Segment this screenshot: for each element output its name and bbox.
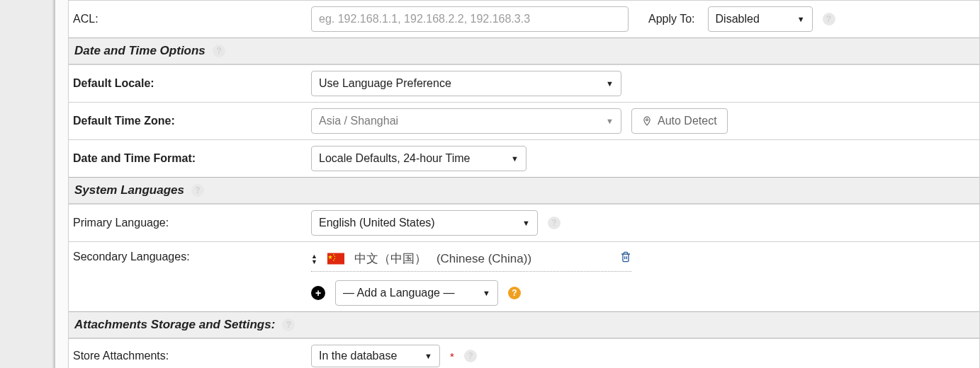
svg-point-0 [646, 119, 648, 121]
add-language-value: — Add a Language — [343, 287, 454, 299]
flag-cn-icon [327, 253, 344, 265]
svg-point-3 [333, 254, 334, 255]
svg-point-4 [334, 256, 336, 258]
store-attachments-value: In the database [319, 350, 397, 362]
svg-rect-1 [327, 253, 344, 265]
delete-language-button[interactable] [620, 251, 631, 267]
map-pin-icon [642, 116, 652, 126]
store-attachments-select[interactable]: In the database ▼ [311, 345, 440, 367]
caret-down-icon: ▼ [511, 154, 519, 163]
add-language-row: + — Add a Language — ▼ ? [311, 280, 631, 306]
apply-to-value: Disabled [716, 13, 760, 25]
section-languages-header: System Languages ? [69, 177, 979, 204]
default-timezone-value: Asia / Shanghai [319, 115, 398, 127]
section-datetime-header: Date and Time Options ? [69, 38, 979, 64]
help-icon[interactable]: ? [464, 350, 477, 362]
drag-handle-icon[interactable]: ▲ ▼ [311, 253, 317, 265]
help-icon[interactable]: ? [213, 45, 225, 57]
default-locale-label: Default Locale: [69, 77, 311, 90]
help-icon[interactable]: ? [508, 287, 521, 299]
section-datetime-title: Date and Time Options [74, 44, 205, 58]
row-default-timezone: Default Time Zone: Asia / Shanghai ▼ Aut… [69, 102, 979, 139]
svg-point-5 [334, 258, 336, 260]
caret-down-icon: ▼ [606, 117, 614, 125]
secondary-language-item: ▲ ▼ 中文（中国） (Chinese (China)) [311, 251, 631, 272]
default-locale-select[interactable]: Use Language Preference ▼ [311, 71, 621, 96]
add-language-button[interactable]: + [311, 286, 325, 300]
left-sidebar-gutter [0, 0, 55, 368]
section-attachments-header: Attachments Storage and Settings: ? [69, 311, 979, 338]
help-icon[interactable]: ? [191, 184, 204, 197]
caret-down-icon: ▼ [424, 352, 432, 360]
auto-detect-label: Auto Detect [658, 115, 717, 127]
add-language-select[interactable]: — Add a Language — ▼ [335, 280, 498, 306]
apply-to-label: Apply To: [648, 13, 695, 25]
store-attachments-label: Store Attachments: [69, 350, 311, 362]
primary-language-label: Primary Language: [69, 217, 311, 229]
datetime-format-value: Locale Defaults, 24-hour Time [319, 152, 470, 165]
acl-input[interactable] [311, 6, 629, 32]
help-icon[interactable]: ? [823, 13, 835, 25]
language-english-name: (Chinese (China)) [437, 252, 531, 266]
row-default-locale: Default Locale: Use Language Preference … [69, 64, 979, 102]
row-primary-language: Primary Language: English (United States… [69, 204, 979, 241]
settings-panel: ACL: Apply To: Disabled ▼ ? Date and Tim… [68, 0, 980, 368]
required-indicator: * [450, 350, 454, 362]
caret-down-icon: ▼ [522, 219, 530, 227]
primary-language-select[interactable]: English (United States) ▼ [311, 210, 538, 236]
section-languages-title: System Languages [74, 183, 184, 197]
language-native-name: 中文（中国） [354, 251, 427, 267]
row-secondary-languages: Secondary Languages: ▲ ▼ [69, 241, 979, 311]
row-acl: ACL: Apply To: Disabled ▼ ? [69, 0, 979, 38]
help-icon[interactable]: ? [548, 217, 561, 229]
secondary-languages-label: Secondary Languages: [69, 248, 311, 263]
default-locale-value: Use Language Preference [319, 77, 451, 90]
datetime-format-select[interactable]: Locale Defaults, 24-hour Time ▼ [311, 146, 526, 171]
trash-icon [620, 251, 631, 263]
svg-point-6 [333, 260, 334, 261]
row-datetime-format: Date and Time Format: Locale Defaults, 2… [69, 139, 979, 177]
auto-detect-button[interactable]: Auto Detect [631, 108, 728, 134]
row-store-attachments: Store Attachments: In the database ▼ * ? [69, 338, 979, 368]
caret-down-icon: ▼ [483, 289, 490, 297]
caret-down-icon: ▼ [797, 15, 805, 23]
datetime-format-label: Date and Time Format: [69, 152, 311, 165]
default-timezone-label: Default Time Zone: [69, 115, 311, 127]
help-icon[interactable]: ? [282, 318, 295, 331]
section-attachments-title: Attachments Storage and Settings: [74, 318, 275, 332]
primary-language-value: English (United States) [319, 217, 435, 229]
default-timezone-select[interactable]: Asia / Shanghai ▼ [311, 108, 621, 134]
apply-to-select[interactable]: Disabled ▼ [708, 6, 813, 32]
acl-label: ACL: [69, 13, 311, 25]
caret-down-icon: ▼ [606, 79, 614, 88]
